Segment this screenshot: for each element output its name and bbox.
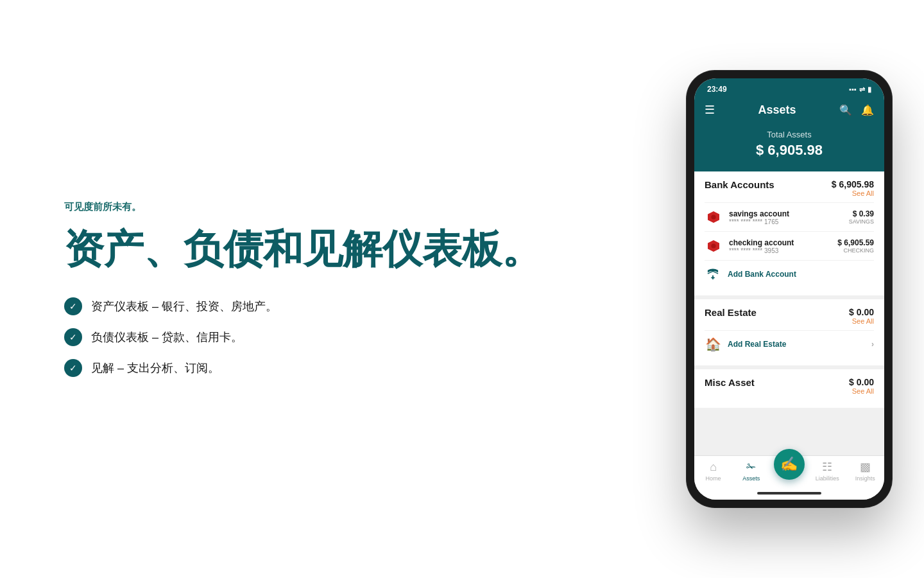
wifi-icon: ⇌ bbox=[859, 85, 865, 94]
phone-mockup: 23:49 ▪▪▪ ⇌ ▮ ☰ Assets 🔍 🔔 Total Assets bbox=[687, 71, 892, 507]
fab-button[interactable]: ✍ bbox=[774, 449, 805, 480]
total-assets-section: Total Assets $ 6,905.98 bbox=[694, 121, 884, 171]
savings-amount: $ 0.39 bbox=[849, 209, 874, 218]
add-real-estate-label: Add Real Estate bbox=[728, 340, 786, 349]
feature-text-1: 资产仪表板 – 银行、投资、房地产。 bbox=[91, 299, 277, 314]
check-icon-3: ✓ bbox=[64, 359, 82, 377]
nav-home-label: Home bbox=[706, 475, 721, 482]
checking-type: CHECKING bbox=[837, 247, 874, 254]
home-bar bbox=[757, 492, 821, 495]
total-amount: $ 6,905.98 bbox=[705, 142, 874, 159]
tagline: 可见度前所未有。 bbox=[64, 201, 603, 213]
nav-assets-label: Assets bbox=[742, 475, 760, 482]
liabilities-icon: ☷ bbox=[822, 460, 832, 474]
app-header-title: Assets bbox=[758, 103, 796, 117]
checking-amount-col: $ 6,905.59 CHECKING bbox=[837, 238, 874, 254]
chevron-right-icon: › bbox=[871, 340, 874, 349]
bank-accounts-see-all[interactable]: See All bbox=[832, 189, 874, 197]
feature-text-3: 见解 – 支出分析、订阅。 bbox=[91, 360, 219, 376]
feature-item-3: ✓ 见解 – 支出分析、订阅。 bbox=[64, 359, 603, 377]
nav-liabilities-label: Liabilities bbox=[816, 475, 839, 482]
battery-icon: ▮ bbox=[868, 85, 871, 94]
nav-insights-label: Insights bbox=[855, 475, 875, 482]
nav-liabilities[interactable]: ☷ Liabilities bbox=[811, 460, 843, 482]
bank-accounts-amount: $ 6,905.98 bbox=[832, 179, 874, 189]
checking-account-details: checking account **** **** **** 3953 bbox=[729, 238, 831, 254]
fab-icon: ✍ bbox=[780, 457, 798, 471]
real-estate-title: Real Estate bbox=[705, 307, 757, 318]
savings-account-details: savings account **** **** **** 1765 bbox=[729, 209, 843, 225]
nav-home[interactable]: ⌂ Home bbox=[697, 460, 730, 482]
header-icons: 🔍 🔔 bbox=[839, 104, 874, 116]
misc-asset-amount: $ 0.00 bbox=[849, 377, 874, 387]
real-estate-header: Real Estate $ 0.00 See All bbox=[705, 307, 874, 325]
add-bank-account-item[interactable]: Add Bank Account bbox=[705, 260, 874, 288]
bank-accounts-right: $ 6,905.98 See All bbox=[832, 179, 874, 197]
right-section: 23:49 ▪▪▪ ⇌ ▮ ☰ Assets 🔍 🔔 Total Assets bbox=[654, 45, 924, 533]
status-time: 23:49 bbox=[707, 85, 727, 94]
savings-account-name: savings account bbox=[729, 209, 843, 218]
real-estate-amount: $ 0.00 bbox=[849, 307, 874, 317]
savings-amount-col: $ 0.39 SAVINGS bbox=[849, 209, 874, 225]
checking-account-number: **** **** **** 3953 bbox=[729, 247, 831, 254]
checking-account-name: checking account bbox=[729, 238, 831, 247]
home-icon: ⌂ bbox=[710, 460, 717, 474]
nav-assets[interactable]: ✁ Assets bbox=[735, 460, 767, 482]
nav-insights[interactable]: ▩ Insights bbox=[849, 460, 881, 482]
checking-account-item[interactable]: checking account **** **** **** 3953 $ 6… bbox=[705, 231, 874, 260]
add-real-estate-icon: 🏠 bbox=[705, 336, 721, 353]
nav-fab[interactable]: ✍ bbox=[773, 462, 805, 480]
savings-type: SAVINGS bbox=[849, 218, 874, 225]
misc-asset-right: $ 0.00 See All bbox=[849, 377, 874, 395]
features-list: ✓ 资产仪表板 – 银行、投资、房地产。 ✓ 负债仪表板 – 贷款、信用卡。 ✓… bbox=[64, 297, 603, 377]
bank-accounts-title: Bank Accounts bbox=[705, 179, 774, 190]
savings-account-number: **** **** **** 1765 bbox=[729, 218, 843, 225]
add-real-estate-item[interactable]: 🏠 Add Real Estate › bbox=[705, 330, 874, 358]
total-label: Total Assets bbox=[705, 130, 874, 139]
real-estate-section: Real Estate $ 0.00 See All 🏠 Add Real Es… bbox=[694, 299, 884, 365]
status-bar: 23:49 ▪▪▪ ⇌ ▮ bbox=[694, 78, 884, 98]
headline: 资产、负债和见解仪表板。 bbox=[64, 226, 603, 272]
check-icon-1: ✓ bbox=[64, 297, 82, 315]
savings-account-item[interactable]: savings account **** **** **** 1765 $ 0.… bbox=[705, 202, 874, 231]
feature-item-1: ✓ 资产仪表板 – 银行、投资、房地产。 bbox=[64, 297, 603, 315]
insights-icon: ▩ bbox=[860, 460, 871, 474]
app-header: ☰ Assets 🔍 🔔 bbox=[694, 98, 884, 121]
status-icons: ▪▪▪ ⇌ ▮ bbox=[849, 85, 871, 94]
signal-icon: ▪▪▪ bbox=[849, 85, 857, 93]
svg-point-1 bbox=[711, 215, 715, 219]
feature-item-2: ✓ 负债仪表板 – 贷款、信用卡。 bbox=[64, 328, 603, 346]
misc-asset-see-all[interactable]: See All bbox=[849, 387, 874, 395]
phone-screen: 23:49 ▪▪▪ ⇌ ▮ ☰ Assets 🔍 🔔 Total Assets bbox=[694, 78, 884, 500]
checking-amount: $ 6,905.59 bbox=[837, 238, 874, 247]
add-bank-account-label: Add Bank Account bbox=[728, 270, 796, 279]
hamburger-icon[interactable]: ☰ bbox=[705, 103, 715, 117]
assets-icon: ✁ bbox=[746, 460, 756, 474]
savings-bank-icon bbox=[705, 208, 723, 226]
misc-asset-title: Misc Asset bbox=[705, 377, 755, 388]
svg-point-3 bbox=[711, 243, 715, 248]
home-indicator bbox=[694, 488, 884, 500]
content-area: Bank Accounts $ 6,905.98 See All bbox=[694, 171, 884, 455]
feature-text-2: 负债仪表板 – 贷款、信用卡。 bbox=[91, 329, 243, 345]
left-section: 可见度前所未有。 资产、负债和见解仪表板。 ✓ 资产仪表板 – 银行、投资、房地… bbox=[0, 150, 654, 428]
real-estate-see-all[interactable]: See All bbox=[849, 317, 874, 325]
add-bank-icon bbox=[705, 266, 721, 283]
bottom-nav: ⌂ Home ✁ Assets ✍ ☷ Liabilities ▩ bbox=[694, 455, 884, 488]
bank-accounts-section: Bank Accounts $ 6,905.98 See All bbox=[694, 171, 884, 295]
search-icon[interactable]: 🔍 bbox=[839, 104, 852, 116]
misc-asset-section: Misc Asset $ 0.00 See All bbox=[694, 369, 884, 408]
misc-asset-header: Misc Asset $ 0.00 See All bbox=[705, 377, 874, 395]
bell-icon[interactable]: 🔔 bbox=[861, 104, 874, 116]
bank-accounts-header: Bank Accounts $ 6,905.98 See All bbox=[705, 179, 874, 197]
checking-bank-icon bbox=[705, 237, 723, 255]
real-estate-right: $ 0.00 See All bbox=[849, 307, 874, 325]
check-icon-2: ✓ bbox=[64, 328, 82, 346]
